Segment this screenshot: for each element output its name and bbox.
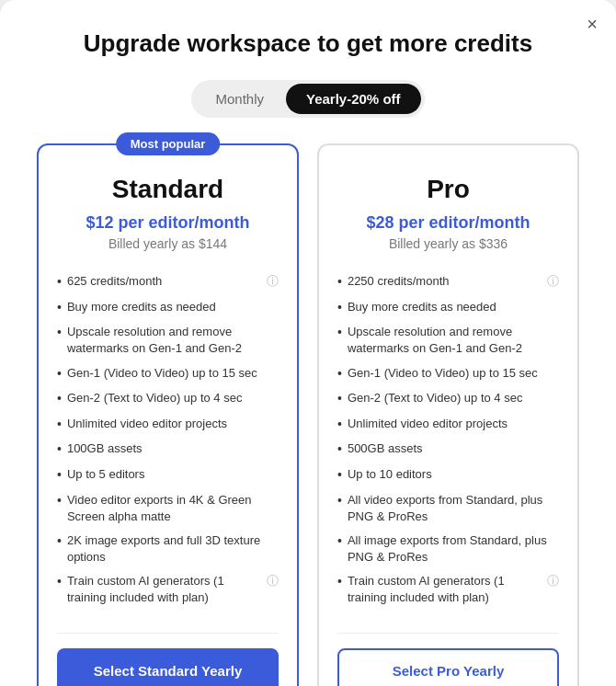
list-item: 2K image exports and full 3D texture opt… xyxy=(57,529,279,569)
most-popular-badge: Most popular xyxy=(116,132,221,155)
list-item: All image exports from Standard, plus PN… xyxy=(337,529,559,569)
pro-plan-billed: Billed yearly as $336 xyxy=(337,236,559,251)
list-item: Gen-2 (Text to Video) up to 4 sec xyxy=(337,386,559,412)
list-item: 500GB assets xyxy=(337,437,559,463)
list-item: Upscale resolution and remove watermarks… xyxy=(337,320,559,360)
info-icon: ⓘ xyxy=(547,573,559,589)
plans-container: Most popular Standard $12 per editor/mon… xyxy=(37,143,579,686)
close-button[interactable]: × xyxy=(587,15,598,33)
monthly-toggle[interactable]: Monthly xyxy=(195,84,284,114)
list-item: Unlimited video editor projects xyxy=(57,412,279,438)
select-pro-button[interactable]: Select Pro Yearly xyxy=(337,648,559,686)
standard-features-list: 625 credits/monthⓘ Buy more credits as n… xyxy=(57,269,279,611)
list-item: Train custom AI generators (1 training i… xyxy=(57,569,279,610)
standard-plan-card: Most popular Standard $12 per editor/mon… xyxy=(37,143,299,686)
info-icon: ⓘ xyxy=(547,273,559,290)
yearly-toggle[interactable]: Yearly-20% off xyxy=(286,84,421,114)
toggle-pill: Monthly Yearly-20% off xyxy=(191,80,424,118)
upgrade-modal: × Upgrade workspace to get more credits … xyxy=(0,0,616,686)
standard-plan-price: $12 per editor/month xyxy=(57,213,279,233)
billing-toggle: Monthly Yearly-20% off xyxy=(37,80,579,118)
list-item: 2250 credits/monthⓘ xyxy=(337,269,559,295)
standard-plan-billed: Billed yearly as $144 xyxy=(57,236,279,251)
modal-title: Upgrade workspace to get more credits xyxy=(37,29,579,58)
list-item: Gen-1 (Video to Video) up to 15 sec xyxy=(337,361,559,387)
list-item: Unlimited video editor projects xyxy=(337,412,559,438)
info-icon: ⓘ xyxy=(267,273,279,290)
list-item: Train custom AI generators (1 training i… xyxy=(337,569,559,610)
list-item: Upscale resolution and remove watermarks… xyxy=(57,320,279,360)
pro-plan-name: Pro xyxy=(337,175,559,204)
list-item: Buy more credits as needed xyxy=(57,295,279,321)
list-item: Up to 5 editors xyxy=(57,463,279,488)
list-item: Gen-1 (Video to Video) up to 15 sec xyxy=(57,361,279,387)
list-item: Video editor exports in 4K & Green Scree… xyxy=(57,488,279,529)
list-item: Gen-2 (Text to Video) up to 4 sec xyxy=(57,386,279,412)
list-item: Buy more credits as needed xyxy=(337,295,559,321)
standard-plan-name: Standard xyxy=(57,175,279,204)
list-item: 100GB assets xyxy=(57,437,279,463)
select-standard-button[interactable]: Select Standard Yearly xyxy=(57,648,279,686)
list-item: Up to 10 editors xyxy=(337,463,559,488)
info-icon: ⓘ xyxy=(267,573,279,589)
list-item: All video exports from Standard, plus PN… xyxy=(337,488,559,529)
pro-features-list: 2250 credits/monthⓘ Buy more credits as … xyxy=(337,269,559,611)
pro-plan-card: Pro $28 per editor/month Billed yearly a… xyxy=(317,143,579,686)
pro-plan-price: $28 per editor/month xyxy=(337,213,559,233)
list-item: 625 credits/monthⓘ xyxy=(57,269,279,295)
